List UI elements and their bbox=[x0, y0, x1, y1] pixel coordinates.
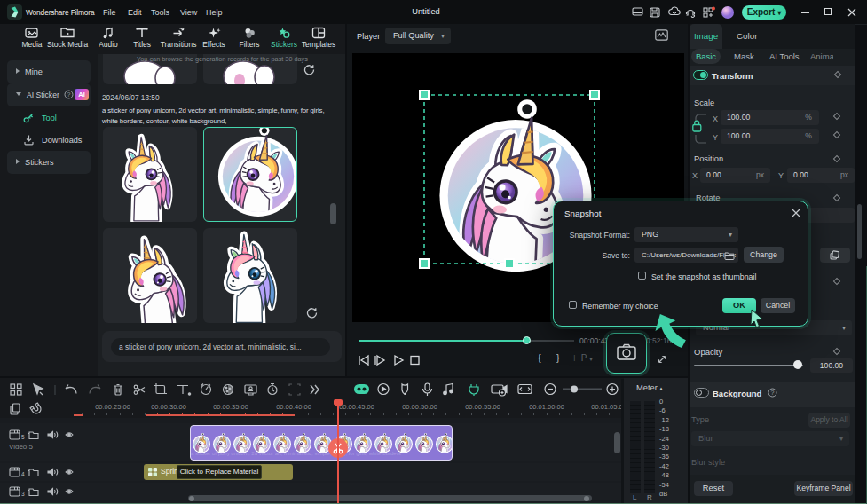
svg-text:3: 3 bbox=[21, 491, 25, 497]
svg-text:4: 4 bbox=[21, 471, 25, 477]
svg-text:5: 5 bbox=[21, 434, 25, 440]
svg-text:?: ? bbox=[771, 390, 775, 396]
svg-text:?: ? bbox=[67, 91, 71, 98]
